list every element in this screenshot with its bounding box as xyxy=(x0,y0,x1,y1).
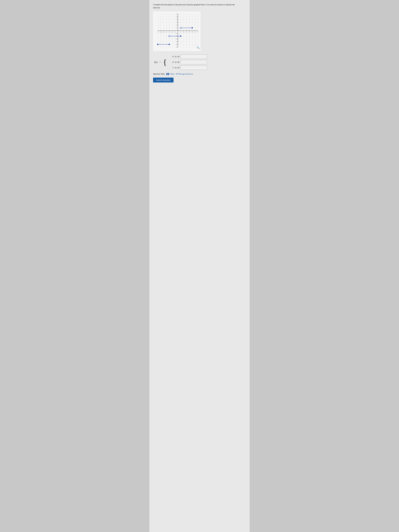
question-text: Complete the description of the piecewis… xyxy=(153,3,246,9)
message-label: Message instructor xyxy=(178,73,193,75)
case-value-1: -5 xyxy=(168,55,174,58)
cases-column: -5 if x ∈ -2 if x ∈ 1 if x ∈ xyxy=(168,55,207,70)
page: Complete the description of the piecewis… xyxy=(149,0,250,532)
graph-canvas xyxy=(153,12,201,51)
case-row-1: -5 if x ∈ xyxy=(168,55,207,59)
video-icon xyxy=(166,73,169,75)
video-label: Video xyxy=(170,73,174,75)
envelope-icon: ✉ xyxy=(176,73,177,75)
left-brace: { xyxy=(163,58,167,66)
if-x-in-1: if x ∈ xyxy=(175,55,180,58)
case-input-3[interactable] xyxy=(181,66,207,70)
case-value-2: -2 xyxy=(168,61,174,63)
case-value-3: 1 xyxy=(168,66,174,69)
help-label: Question Help: xyxy=(153,73,165,75)
case-input-1[interactable] xyxy=(181,55,207,59)
case-row-2: -2 if x ∈ xyxy=(168,60,207,64)
if-x-in-2: if x ∈ xyxy=(175,61,180,63)
piecewise-function: f(x) = { -5 if x ∈ -2 if x ∈ 1 if x ∈ xyxy=(154,55,246,70)
fx-label: f(x) xyxy=(154,61,158,63)
if-x-in-3: if x ∈ xyxy=(175,66,180,69)
case-input-2[interactable] xyxy=(181,60,207,64)
submit-button[interactable]: Submit Question xyxy=(153,78,173,82)
video-button[interactable]: Video xyxy=(166,73,174,75)
graph-container xyxy=(153,12,201,51)
equals-sign: = xyxy=(160,61,161,63)
question-help: Question Help: Video ✉ Message instructo… xyxy=(153,73,246,75)
case-row-3: 1 if x ∈ xyxy=(168,66,207,70)
message-instructor-button[interactable]: ✉ Message instructor xyxy=(176,73,193,75)
